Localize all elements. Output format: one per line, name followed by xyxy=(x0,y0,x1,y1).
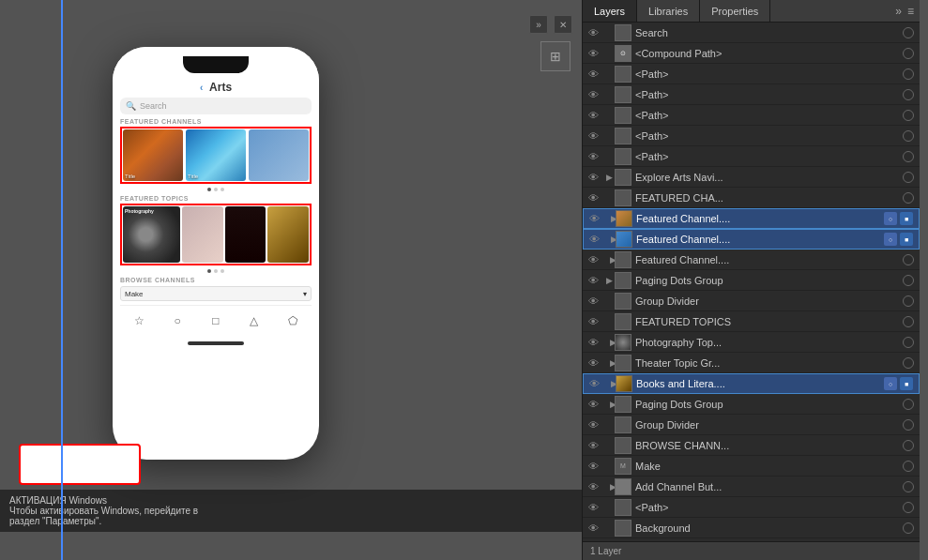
expand-arrow[interactable]: ▶ xyxy=(603,173,615,182)
expand-arrow[interactable]: ▶ xyxy=(603,482,615,492)
layer-row-explore-arts[interactable]: 👁 ▶ Explore Arts Navi... xyxy=(583,167,920,188)
layer-circle xyxy=(903,192,914,204)
eye-icon[interactable]: 👁 xyxy=(583,399,603,410)
layer-thumb xyxy=(615,189,631,206)
panel-expand-btn[interactable]: » xyxy=(529,15,548,34)
layer-row-path1[interactable]: 👁 <Path> xyxy=(583,64,920,84)
layer-circle xyxy=(903,254,914,265)
tab-libraries[interactable]: Libraries xyxy=(637,0,700,22)
layer-row-paging-dots-1[interactable]: 👁 ▶ Paging Dots Group xyxy=(583,270,920,291)
layer-thumb-img xyxy=(616,375,632,392)
layer-row-make[interactable]: 👁 M Make xyxy=(583,456,920,477)
eye-icon[interactable]: 👁 xyxy=(583,130,603,142)
eye-icon[interactable]: 👁 xyxy=(583,481,603,492)
expand-arrow[interactable]: ▶ xyxy=(604,379,616,388)
layer-row-featured-ch1[interactable]: 👁 ▶ Featured Channel.... ○ ■ xyxy=(583,208,920,229)
layer-thumb xyxy=(615,169,631,186)
layer-row-path5[interactable]: 👁 <Path> xyxy=(583,146,920,167)
layer-row-featured-cha-label[interactable]: 👁 FEATURED CHA... xyxy=(583,188,920,208)
layer-row-path3[interactable]: 👁 <Path> xyxy=(583,105,920,126)
topic-card-books xyxy=(267,206,309,263)
eye-icon[interactable]: 👁 xyxy=(583,172,603,183)
eye-icon[interactable]: 👁 xyxy=(583,440,603,451)
eye-icon[interactable]: 👁 xyxy=(583,357,603,369)
layer-row-compound[interactable]: 👁 ⊙ <Compound Path> xyxy=(583,43,920,64)
layer-row-path2[interactable]: 👁 <Path> xyxy=(583,84,920,105)
layer-row-theater-topic[interactable]: 👁 ▶ Theater Topic Gr... xyxy=(583,353,920,373)
layer-row-search[interactable]: 👁 Search xyxy=(583,23,920,43)
layer-thumb-img xyxy=(616,231,632,248)
layer-name: BROWSE CHANN... xyxy=(635,440,903,451)
layer-row-path4[interactable]: 👁 <Path> xyxy=(583,126,920,146)
layer-name: <Path> xyxy=(635,89,903,100)
panel-menu-icon[interactable]: ≡ xyxy=(907,5,914,18)
layer-circle xyxy=(903,522,914,534)
eye-icon[interactable]: 👁 xyxy=(584,378,604,389)
layer-row-add-channel[interactable]: 👁 ▶ Add Channel But... xyxy=(583,477,920,497)
phone-bottom-bar: ☆ ○ □ △ ⬠ xyxy=(120,305,312,336)
layer-circle xyxy=(903,502,914,513)
expand-arrow[interactable]: ▶ xyxy=(603,338,615,347)
expand-arrow[interactable]: ▶ xyxy=(604,235,616,244)
layer-name: Theater Topic Gr... xyxy=(635,357,903,369)
tab-properties[interactable]: Properties xyxy=(700,0,770,22)
layer-row-books-litera[interactable]: 👁 ▶ Books and Litera.... ○ ■ xyxy=(583,373,920,394)
featured-channels-row: Title Title xyxy=(120,127,312,184)
layer-name: Paging Dots Group xyxy=(635,399,903,410)
layer-circle xyxy=(903,172,914,183)
expand-arrow[interactable]: ▶ xyxy=(604,214,616,223)
expand-arrow[interactable]: ▶ xyxy=(603,400,615,409)
eye-icon[interactable]: 👁 xyxy=(583,295,603,307)
eye-icon[interactable]: 👁 xyxy=(583,522,603,534)
layer-row-group-divider-1[interactable]: 👁 Group Divider xyxy=(583,291,920,311)
eye-icon[interactable]: 👁 xyxy=(583,89,603,100)
eye-icon[interactable]: 👁 xyxy=(583,254,603,265)
eye-icon[interactable]: 👁 xyxy=(583,316,603,327)
eye-icon[interactable]: 👁 xyxy=(583,27,603,38)
layer-circle xyxy=(903,89,914,100)
layer-thumb-img xyxy=(615,334,631,351)
expand-arrow[interactable]: ▶ xyxy=(603,255,615,265)
eye-icon[interactable]: 👁 xyxy=(583,275,603,286)
tab-layers[interactable]: Layers xyxy=(583,0,637,22)
layer-row-featured-ch2[interactable]: 👁 ▶ Featured Channel.... ○ ■ xyxy=(583,229,920,250)
layer-row-photography-top[interactable]: 👁 ▶ Photography Top... xyxy=(583,332,920,353)
layer-circle xyxy=(903,68,914,80)
expand-arrow[interactable]: ▶ xyxy=(603,358,615,368)
eye-icon[interactable]: 👁 xyxy=(583,461,603,472)
eye-icon[interactable]: 👁 xyxy=(583,68,603,80)
eye-icon[interactable]: 👁 xyxy=(583,502,603,513)
layer-row-group-divider-2[interactable]: 👁 Group Divider xyxy=(583,415,920,435)
eye-icon[interactable]: 👁 xyxy=(583,48,603,59)
eye-icon[interactable]: 👁 xyxy=(584,234,604,245)
eye-icon[interactable]: 👁 xyxy=(583,337,603,348)
eye-icon[interactable]: 👁 xyxy=(584,213,604,224)
layer-thumb xyxy=(615,416,631,433)
channel-card-3 xyxy=(249,129,309,181)
dot-5 xyxy=(214,269,218,273)
browse-section: BROWSE CHANNELS Make ▾ xyxy=(120,277,312,301)
layer-row-featured-ch3[interactable]: 👁 ▶ Featured Channel.... xyxy=(583,250,920,270)
layer-name: Background xyxy=(635,522,903,534)
layer-row-browse-chann[interactable]: 👁 BROWSE CHANN... xyxy=(583,435,920,456)
panel-close-btn[interactable]: ✕ xyxy=(554,15,572,34)
topic-card-blur xyxy=(182,206,223,263)
browse-dropdown[interactable]: Make ▾ xyxy=(120,286,312,301)
layers-list[interactable]: 👁 Search 👁 ⊙ <Compound Path> 👁 <Path> 👁 xyxy=(583,23,920,541)
layer-thumb: M xyxy=(615,458,631,475)
nav-triangle-icon: △ xyxy=(247,313,262,328)
eye-icon[interactable]: 👁 xyxy=(583,110,603,121)
layer-name: Explore Arts Navi... xyxy=(635,172,903,183)
layer-name: Group Divider xyxy=(635,295,903,307)
panel-expand-icon[interactable]: » xyxy=(895,5,902,18)
layer-row-path6[interactable]: 👁 <Path> xyxy=(583,497,920,518)
eye-icon[interactable]: 👁 xyxy=(583,419,603,431)
expand-arrow[interactable]: ▶ xyxy=(603,276,615,285)
eye-icon[interactable]: 👁 xyxy=(583,151,603,162)
panel-tab-icons: » ≡ xyxy=(895,5,920,18)
layer-row-paging-dots-2[interactable]: 👁 ▶ Paging Dots Group xyxy=(583,394,920,415)
layer-row-featured-topics[interactable]: 👁 FEATURED TOPICS xyxy=(583,311,920,332)
eye-icon[interactable]: 👁 xyxy=(583,192,603,204)
layer-row-background[interactable]: 👁 Background xyxy=(583,518,920,538)
layer-name: FEATURED CHA... xyxy=(635,192,903,204)
